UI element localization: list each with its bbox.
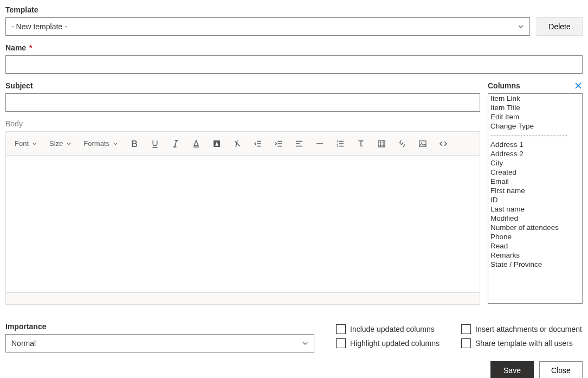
bold-button[interactable] [127,136,142,151]
checkbox-box [336,324,346,334]
chevron-down-icon [518,23,524,30]
column-item[interactable]: State / Province [488,260,582,269]
columns-list[interactable]: Item LinkItem TitleEdit ItemChange Type-… [488,93,583,304]
checkbox-box [461,338,471,348]
svg-rect-0 [193,146,199,148]
formats-select-label: Formats [83,139,109,148]
image-button[interactable] [415,136,430,151]
checkbox-box [461,324,471,334]
name-input[interactable] [5,55,583,74]
svg-rect-7 [419,140,426,146]
outdent-button[interactable] [250,136,266,151]
columns-label: Columns [488,81,520,90]
unlink-button[interactable] [395,136,410,151]
importance-select[interactable]: Normal [5,334,314,353]
template-label: Template [5,5,530,14]
delete-button[interactable]: Delete [537,17,583,36]
font-select[interactable]: Font [11,137,41,150]
subject-input[interactable] [5,93,480,112]
numbered-list-button[interactable]: 123 [333,136,348,151]
formats-select[interactable]: Formats [80,137,121,150]
column-item[interactable]: City [488,158,582,168]
column-item[interactable]: Address 2 [488,149,582,158]
column-item[interactable]: Email [488,177,582,186]
column-item[interactable]: Created [488,168,582,177]
background-color-button[interactable] [209,136,224,151]
align-button[interactable] [292,136,307,151]
highlight-updated-checkbox[interactable]: Highlight updated columns [336,338,440,348]
name-label-text: Name [5,43,26,52]
code-button[interactable] [436,136,451,151]
chevron-down-icon [302,340,308,347]
font-select-label: Font [15,139,29,148]
text-color-button[interactable] [189,136,204,151]
insert-attachments-checkbox[interactable]: Insert attachments or document [461,324,582,334]
required-mark: * [29,43,32,52]
size-select-label: Size [49,139,63,148]
column-item[interactable]: Number of attendees [488,223,582,232]
table-button[interactable] [374,136,389,151]
template-select[interactable]: - New template - [5,17,530,36]
rich-text-editor: Font Size Formats [5,131,480,305]
close-icon[interactable] [574,81,583,90]
column-item[interactable]: Phone [488,232,582,241]
checkbox-box [336,338,346,348]
subject-label: Subject [5,81,480,90]
editor-status-bar [6,292,480,304]
indent-button[interactable] [271,136,286,151]
column-item[interactable]: Item Title [488,103,582,112]
column-item[interactable]: Last name [488,204,582,214]
column-item[interactable]: Modified [488,214,582,223]
importance-value: Normal [11,339,36,348]
horizontal-rule-button[interactable] [312,136,327,151]
share-template-checkbox[interactable]: Share template with all users [461,338,582,348]
svg-rect-6 [378,140,385,147]
body-label: Body [5,119,480,128]
svg-text:I: I [362,144,363,148]
column-item[interactable]: Read [488,241,582,251]
column-item[interactable]: Remarks [488,251,582,260]
columns-divider: -------------------------- [488,131,582,140]
column-item[interactable]: Edit Item [488,112,582,121]
size-select[interactable]: Size [46,137,75,150]
editor-toolbar: Font Size Formats [6,132,480,156]
save-button[interactable]: Save [490,361,534,378]
chevron-down-icon [66,141,72,146]
underline-button[interactable] [147,136,163,151]
column-item[interactable]: First name [488,186,582,195]
include-updated-checkbox[interactable]: Include updated columns [336,324,440,334]
chevron-down-icon [113,141,118,146]
column-item[interactable]: ID [488,195,582,204]
text-style-button[interactable]: I [353,136,369,151]
importance-label: Importance [5,322,314,331]
column-item[interactable]: Change Type [488,121,582,131]
svg-text:3: 3 [337,144,338,148]
column-item[interactable]: Item Link [488,94,582,103]
checkbox-label: Highlight updated columns [350,339,440,348]
editor-content[interactable] [6,156,480,292]
clear-format-button[interactable] [230,136,245,151]
template-value: - New template - [11,22,67,31]
checkbox-label: Insert attachments or document [475,325,582,334]
name-label: Name * [5,43,583,52]
checkbox-label: Share template with all users [475,339,573,348]
chevron-down-icon [32,141,37,146]
column-item[interactable]: Address 1 [488,140,582,149]
checkbox-label: Include updated columns [350,325,435,334]
close-button[interactable]: Close [539,361,583,378]
italic-button[interactable] [168,136,183,151]
